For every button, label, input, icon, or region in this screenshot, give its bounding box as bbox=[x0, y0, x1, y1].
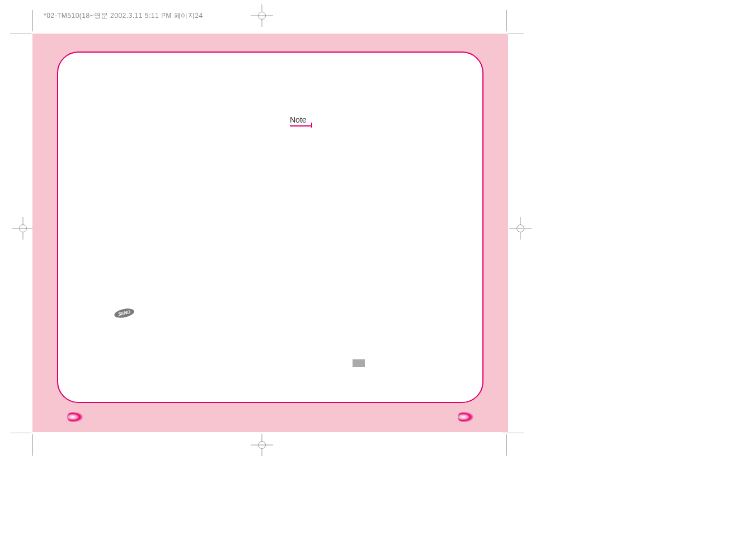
crop-mark bbox=[10, 34, 31, 34]
gray-rectangle bbox=[353, 359, 365, 367]
decorative-pill-left bbox=[67, 412, 83, 422]
content-panel: Note SEND bbox=[57, 51, 483, 403]
page-background: Note SEND bbox=[32, 34, 508, 432]
print-header: *02-TM510(18~영문 2002.3.11 5:11 PM 페이지24 bbox=[44, 11, 203, 21]
registration-mark-top bbox=[251, 4, 273, 27]
crop-mark bbox=[32, 434, 33, 456]
note-underline bbox=[290, 125, 311, 127]
note-heading: Note bbox=[290, 115, 307, 124]
crop-mark bbox=[10, 433, 31, 433]
crop-mark bbox=[506, 10, 507, 31]
crop-mark bbox=[32, 10, 33, 31]
decorative-pill-right bbox=[458, 412, 473, 422]
registration-mark-right bbox=[509, 217, 532, 240]
crop-mark bbox=[503, 433, 524, 433]
registration-mark-bottom bbox=[251, 434, 273, 456]
send-key-icon: SEND bbox=[114, 307, 135, 319]
registration-mark-left bbox=[12, 217, 34, 240]
crop-mark bbox=[506, 434, 507, 456]
